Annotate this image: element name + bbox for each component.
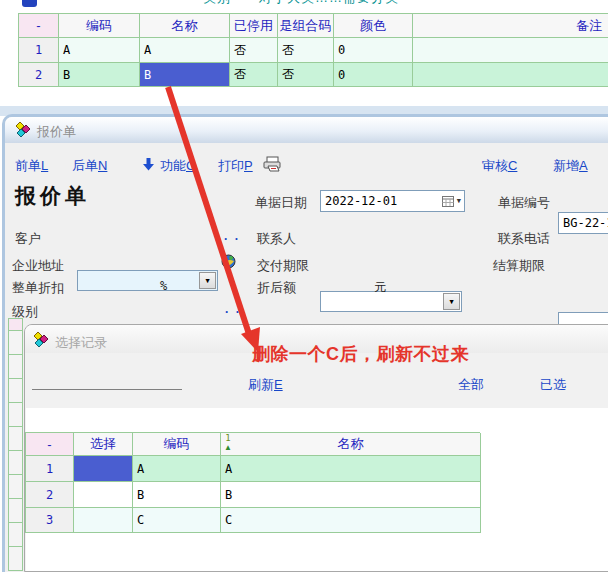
filter-input[interactable] — [32, 372, 182, 390]
show-all-button[interactable]: 全部 — [458, 376, 484, 394]
cell-code[interactable]: A — [59, 38, 140, 63]
select-cell[interactable] — [74, 482, 133, 508]
row-number-cell[interactable]: 1 — [19, 38, 59, 63]
date-picker-button[interactable]: ▼ — [442, 191, 461, 211]
header-cell-color[interactable]: 颜色 — [334, 14, 413, 38]
cell-name[interactable]: A — [221, 456, 481, 482]
select-cell-selected[interactable] — [74, 456, 133, 482]
window-diamonds-icon — [15, 121, 31, 138]
row-number-cell[interactable]: 2 — [19, 63, 59, 87]
contact-combo[interactable]: ▼ — [320, 291, 462, 312]
header-cell-disabled[interactable]: 已停用 — [230, 14, 278, 38]
header-cell-code[interactable]: 编码 — [59, 14, 140, 38]
top-hint-clipped-text: 类别——对于大类……需要分类 — [203, 0, 463, 6]
corner-header-cell[interactable]: - — [26, 433, 74, 456]
window-diamonds-icon — [33, 331, 49, 348]
dropdown-blue-arrow-icon[interactable] — [143, 158, 154, 171]
chevron-down-icon: ▼ — [457, 197, 461, 205]
dialog-title: 选择记录 — [55, 334, 107, 352]
cell-code[interactable]: A — [133, 456, 221, 482]
cell-remark[interactable] — [413, 63, 608, 87]
sort-indicator: 1 ▲ — [224, 434, 232, 452]
background-grid-strip — [8, 318, 23, 571]
audit-button[interactable]: 审核C — [482, 157, 517, 175]
refresh-button[interactable]: 刷新E — [248, 376, 283, 394]
red-annotation-text: 删除一个C后，刷新不过来 — [252, 342, 469, 366]
contact-label: 联系人 — [257, 230, 296, 248]
header-cell-name[interactable]: 1 ▲ 名称 — [221, 433, 481, 456]
cell-name[interactable]: B — [221, 482, 481, 508]
form-heading: 报价单 — [15, 182, 90, 210]
customer-browse-dots[interactable]: . . — [224, 229, 240, 243]
prev-doc-button[interactable]: 前单L — [15, 157, 48, 175]
quotation-window-titlebar[interactable]: 报价单 — [5, 117, 608, 143]
cell-name[interactable]: C — [221, 508, 481, 533]
calendar-icon — [442, 195, 454, 207]
doc-date-field[interactable]: 2022-12-01 ▼ — [320, 190, 465, 212]
sort-asc-icon: ▲ — [224, 443, 232, 452]
discount-label: 整单折扣 — [12, 279, 64, 297]
category-table: - 编码 名称 已停用 是组合码 颜色 备注 1 A A 否 否 0 2 B B… — [18, 13, 608, 87]
cell-color[interactable]: 0 — [334, 63, 413, 87]
select-cell[interactable] — [74, 508, 133, 533]
customer-label: 客户 — [15, 230, 41, 248]
cell-color[interactable]: 0 — [334, 38, 413, 63]
next-doc-button[interactable]: 后单N — [72, 157, 107, 175]
dropdown-button[interactable]: ▼ — [199, 272, 216, 289]
cell-combo[interactable]: 否 — [278, 63, 334, 87]
customer-combo[interactable]: ▼ — [77, 270, 218, 291]
grid-strip-header-cell — [8, 318, 23, 331]
dropdown-button[interactable]: ▼ — [443, 293, 460, 310]
after-discount-label: 折后额 — [257, 279, 296, 297]
printer-icon[interactable] — [262, 156, 282, 173]
select-records-dialog: 选择记录 删除一个C后，刷新不过来 刷新E 全部 已选 - 选择 编码 1 ▲ … — [24, 324, 608, 572]
window-title: 报价单 — [37, 123, 76, 141]
doc-number-label: 单据编号 — [498, 194, 550, 212]
level-browse-dots[interactable]: . . — [225, 302, 241, 316]
cell-disabled[interactable]: 否 — [230, 63, 278, 87]
address-label: 企业地址 — [12, 257, 64, 275]
cell-remark[interactable] — [413, 38, 608, 63]
chevron-down-icon: ▼ — [449, 298, 453, 306]
select-records-table: - 选择 编码 1 ▲ 名称 1 A A 2 B B 3 C C — [25, 432, 480, 533]
doc-number-field[interactable]: BG-22-1 — [558, 212, 608, 234]
header-cell-code[interactable]: 编码 — [133, 433, 221, 456]
deliver-deadline-label: 交付期限 — [257, 257, 309, 275]
cell-code[interactable]: B — [133, 482, 221, 508]
row-number-cell[interactable]: 1 — [26, 456, 74, 482]
partial-app-icon — [22, 0, 37, 7]
header-cell-combo[interactable]: 是组合码 — [278, 14, 334, 38]
header-cell-remark[interactable]: 备注 — [413, 14, 608, 38]
show-selected-button[interactable]: 已选 — [540, 376, 566, 394]
header-cell-select[interactable]: 选择 — [74, 433, 133, 456]
cell-combo[interactable]: 否 — [278, 38, 334, 63]
globe-icon[interactable] — [221, 254, 236, 269]
settle-deadline-label: 结算期限 — [493, 257, 545, 275]
add-new-button[interactable]: 新增A — [553, 157, 588, 175]
cell-name[interactable]: A — [140, 38, 230, 63]
doc-date-label: 单据日期 — [255, 194, 307, 212]
header-cell-name[interactable]: 名称 — [140, 14, 230, 38]
phone-label: 联系电话 — [498, 230, 550, 248]
functions-menu-button[interactable]: 功能O — [160, 157, 196, 175]
after-discount-unit: 元 — [374, 279, 386, 296]
row-number-cell[interactable]: 3 — [26, 508, 74, 533]
chevron-down-icon: ▼ — [205, 277, 209, 285]
cell-disabled[interactable]: 否 — [230, 38, 278, 63]
discount-unit: % — [160, 279, 167, 293]
cell-name-selected[interactable]: B — [140, 63, 230, 87]
print-button[interactable]: 打印P — [218, 157, 253, 175]
cell-code[interactable]: B — [59, 63, 140, 87]
corner-header-cell[interactable]: - — [19, 14, 59, 38]
row-number-cell[interactable]: 2 — [26, 482, 74, 508]
cell-code[interactable]: C — [133, 508, 221, 533]
